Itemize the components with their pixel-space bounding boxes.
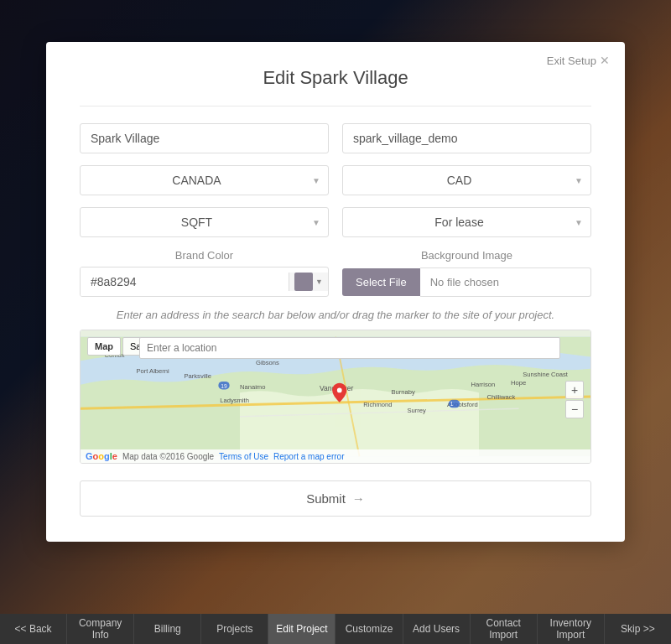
form-divider [80, 106, 591, 106]
currency-col: CAD USD EUR ▼ [342, 165, 591, 195]
background-image-label: Background Image [342, 249, 591, 262]
svg-text:Burnaby: Burnaby [392, 388, 415, 396]
nav-customize[interactable]: Customize [336, 614, 403, 644]
nav-skip[interactable]: Skip >> [605, 614, 671, 644]
submit-button[interactable]: Submit → [80, 480, 591, 517]
map-search-wrap [139, 337, 560, 359]
svg-point-20 [337, 388, 342, 393]
country-currency-row: CANADA USA UK ▼ CAD USD EUR ▼ [80, 165, 591, 195]
exit-setup-label: Exit Setup [547, 55, 596, 67]
map-inner: Vancouver Burnaby Richmond Surrey Abbots… [81, 330, 590, 463]
color-swatch-arrow-icon: ▼ [315, 278, 323, 286]
close-icon: ✕ [600, 54, 610, 67]
svg-text:Port Alberni: Port Alberni [137, 367, 170, 375]
subdomain-input[interactable] [342, 123, 591, 153]
svg-text:Parksville: Parksville [185, 372, 212, 380]
svg-text:Harrison: Harrison [471, 381, 496, 388]
map-zoom-controls: + − [565, 381, 584, 418]
currency-select[interactable]: CAD USD EUR [342, 165, 591, 195]
bottom-nav: << Back Company Info Billing Projects Ed… [0, 614, 671, 644]
zoom-out-button[interactable]: − [565, 400, 584, 418]
google-logo: Google [86, 451, 117, 461]
svg-text:Chilliwack: Chilliwack [487, 393, 516, 401]
svg-text:Nanaimo: Nanaimo [240, 383, 265, 391]
color-file-row: ▼ Select File No file chosen [80, 267, 591, 297]
svg-text:Richmond: Richmond [363, 401, 392, 408]
nav-company-info[interactable]: Company Info [67, 614, 134, 644]
map-type-map-button[interactable]: Map [87, 337, 121, 356]
map-search-input[interactable] [139, 337, 560, 359]
nav-edit-project[interactable]: Edit Project [268, 614, 336, 644]
nav-contact-import[interactable]: Contact Import [471, 614, 538, 644]
zoom-in-button[interactable]: + [565, 381, 584, 399]
svg-text:Ladysmith: Ladysmith [220, 397, 249, 404]
file-chosen-label: No file chosen [420, 267, 591, 297]
currency-select-wrap: CAD USD EUR ▼ [342, 165, 591, 195]
terms-of-service-link[interactable]: Terms of Use [219, 452, 268, 461]
nav-back[interactable]: << Back [0, 614, 67, 644]
country-select-wrap: CANADA USA UK ▼ [80, 165, 329, 195]
modal-wrap: Exit Setup ✕ Edit Spark Village CANADA U… [0, 0, 671, 644]
unit-col: SQFT SQM ▼ [80, 207, 329, 237]
map-hint: Enter an address in the search bar below… [80, 309, 591, 321]
country-col: CANADA USA UK ▼ [80, 165, 329, 195]
nav-billing[interactable]: Billing [134, 614, 201, 644]
color-swatch-button[interactable]: ▼ [289, 273, 328, 291]
modal: Exit Setup ✕ Edit Spark Village CANADA U… [46, 42, 625, 542]
nav-add-users[interactable]: Add Users [403, 614, 471, 644]
brand-color-label: Brand Color [80, 249, 329, 262]
color-swatch [294, 273, 313, 291]
lease-select-wrap: For lease For sale ▼ [342, 207, 591, 237]
brand-color-input[interactable] [81, 267, 289, 296]
exit-setup-button[interactable]: Exit Setup ✕ [547, 54, 610, 67]
report-map-error-link[interactable]: Report a map error [273, 452, 344, 461]
svg-text:Surrey: Surrey [408, 407, 427, 414]
submit-label: Submit [306, 491, 346, 506]
svg-text:19: 19 [221, 383, 227, 389]
subdomain-col [342, 123, 591, 153]
project-name-input[interactable] [80, 123, 329, 153]
country-select[interactable]: CANADA USA UK [80, 165, 329, 195]
name-subdomain-row [80, 123, 591, 153]
unit-select-wrap: SQFT SQM ▼ [80, 207, 329, 237]
svg-text:Hope: Hope [511, 379, 526, 387]
nav-inventory-import[interactable]: Inventory Import [538, 614, 605, 644]
map-container: Vancouver Burnaby Richmond Surrey Abbots… [80, 330, 591, 464]
select-file-button[interactable]: Select File [342, 268, 420, 296]
color-image-label-row: Brand Color Background Image [80, 249, 591, 262]
project-name-col [80, 123, 329, 153]
map-data-label: Map data ©2016 Google [122, 452, 214, 461]
svg-text:Sunshine Coast: Sunshine Coast [523, 371, 569, 378]
unit-lease-row: SQFT SQM ▼ For lease For sale ▼ [80, 207, 591, 237]
unit-select[interactable]: SQFT SQM [80, 207, 329, 237]
color-input-wrap: ▼ [80, 267, 329, 297]
svg-text:Gibsons: Gibsons [256, 359, 279, 366]
lease-select[interactable]: For lease For sale [342, 207, 591, 237]
submit-arrow-icon: → [352, 491, 365, 506]
map-footer: Google Map data ©2016 Google Terms of Us… [81, 449, 590, 463]
file-upload-col: Select File No file chosen [342, 267, 591, 297]
lease-col: For lease For sale ▼ [342, 207, 591, 237]
nav-projects[interactable]: Projects [201, 614, 268, 644]
brand-color-col: ▼ [80, 267, 329, 297]
svg-text:1: 1 [450, 401, 454, 407]
modal-title: Edit Spark Village [80, 67, 591, 89]
